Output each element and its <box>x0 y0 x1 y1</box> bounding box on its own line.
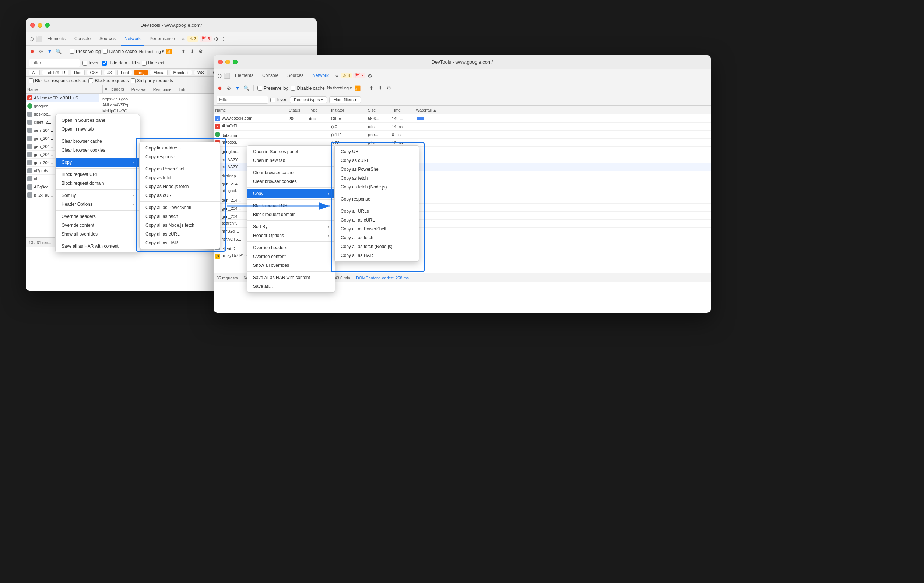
menu-item-copy-fetch-left[interactable]: Copy as fetch <box>140 173 220 182</box>
menu-item-copy-all-har-left[interactable]: Copy all as HAR <box>140 239 220 247</box>
disable-cache-left[interactable]: Disable cache <box>103 49 137 54</box>
menu-item-copy-all-urls-right[interactable]: Copy all URLs <box>335 207 419 216</box>
tab-network-right[interactable]: Network <box>309 69 332 82</box>
menu-item-block-url-right[interactable]: Block request URL <box>247 201 335 210</box>
tab-elements-left[interactable]: Elements <box>43 32 69 46</box>
request-types-btn[interactable]: Request types ▾ <box>290 96 327 104</box>
filter-img-left[interactable]: Img <box>134 69 148 76</box>
menu-item-save-har-left[interactable]: Save all as HAR with content <box>56 242 140 250</box>
invert-checkbox-right[interactable]: Invert <box>270 97 288 102</box>
filter-media-left[interactable]: Media <box>150 69 168 76</box>
close-button-right[interactable] <box>218 59 223 64</box>
menu-item-header-options-left[interactable]: Header Options › <box>56 200 140 209</box>
wifi-icon-right[interactable]: 📶 <box>354 86 360 91</box>
menu-item-open-tab-right[interactable]: Open in new tab <box>247 156 335 165</box>
tab-sources-left[interactable]: Sources <box>96 32 119 46</box>
more-icon-left[interactable]: ⋮ <box>221 36 226 42</box>
blocked-requests-left[interactable]: Blocked requests <box>88 78 129 83</box>
invert-checkbox-left[interactable]: Invert <box>82 60 100 66</box>
menu-item-copy-fetch-nodejs-right[interactable]: Copy as fetch (Node.js) <box>335 183 419 191</box>
settings2-icon-left[interactable]: ⚙ <box>197 48 204 55</box>
menu-item-override-content-right[interactable]: Override content <box>247 252 335 261</box>
menu-item-override-headers-right[interactable]: Override headers <box>247 243 335 252</box>
blocked-cookies-left[interactable]: Blocked response cookies <box>29 78 86 83</box>
table-row[interactable]: x4UaGrEl... ():0 (dis... 14 ms <box>214 123 711 131</box>
table-row[interactable]: dwww.google.com 200 doc Other 56.6... 14… <box>214 114 711 123</box>
menu-item-override-content-left[interactable]: Override content <box>56 221 140 230</box>
context-menu-left-copy[interactable]: Copy link address Copy response Copy as … <box>139 142 220 249</box>
more-tabs-icon-right[interactable]: » <box>334 73 340 79</box>
menu-item-copy-all-fetch-right[interactable]: Copy all as fetch <box>335 233 419 242</box>
menu-item-copy-all-curl-left[interactable]: Copy all as cURL <box>140 230 220 239</box>
upload-icon-right[interactable]: ⬆ <box>368 85 375 92</box>
hide-ext-left[interactable]: Hide ext <box>142 60 164 66</box>
tab-sources-right[interactable]: Sources <box>284 69 307 82</box>
menu-item-copy-right[interactable]: Copy › <box>247 189 335 198</box>
clear-icon-right[interactable]: ⊘ <box>225 85 232 92</box>
menu-item-show-overrides-right[interactable]: Show all overrides <box>247 261 335 270</box>
menu-item-save-har-right[interactable]: Save all as HAR with content <box>247 273 335 282</box>
settings2-icon-right[interactable]: ⚙ <box>386 85 392 92</box>
download-icon-right[interactable]: ⬇ <box>377 85 383 92</box>
hide-data-urls-left[interactable]: Hide data URLs <box>102 60 140 66</box>
maximize-button-left[interactable] <box>45 23 50 28</box>
context-menu-right-copy[interactable]: Copy URL Copy as cURL Copy as PowerShell… <box>334 145 419 262</box>
menu-item-block-domain-left[interactable]: Block request domain <box>56 179 140 188</box>
menu-item-copy-nodejs-left[interactable]: Copy as Node.js fetch <box>140 182 220 191</box>
minimize-button-left[interactable] <box>38 23 42 28</box>
record-icon-right[interactable]: ⏺ <box>216 85 223 92</box>
menu-item-clear-cache-left[interactable]: Clear browser cache <box>56 137 140 146</box>
search-icon-right[interactable]: 🔍 <box>243 85 250 92</box>
filter-icon-right[interactable]: ▼ <box>234 85 241 92</box>
menu-item-copy-curl-right[interactable]: Copy as cURL <box>335 156 419 165</box>
filter-doc-left[interactable]: Doc <box>71 69 85 76</box>
filter-input-right[interactable] <box>216 96 268 104</box>
tab-console-right[interactable]: Console <box>259 69 282 82</box>
menu-item-copy-fetch-right[interactable]: Copy as fetch <box>335 174 419 183</box>
tab-elements-right[interactable]: Elements <box>231 69 257 82</box>
settings-icon-right[interactable]: ⚙ <box>367 73 373 79</box>
menu-item-copy-powershell-right[interactable]: Copy as PowerShell <box>335 165 419 174</box>
menu-item-save-as-right[interactable]: Save as... <box>247 282 335 291</box>
menu-item-open-tab-left[interactable]: Open in new tab <box>56 125 140 133</box>
menu-item-sort-left[interactable]: Sort By › <box>56 191 140 200</box>
filter-all-left[interactable]: All <box>29 69 40 76</box>
download-icon-left[interactable]: ⬇ <box>188 48 195 55</box>
search-icon-left[interactable]: 🔍 <box>55 48 62 55</box>
tab-performance-left[interactable]: Performance <box>146 32 178 46</box>
filter-css-left[interactable]: CSS <box>87 69 102 76</box>
menu-item-show-overrides-left[interactable]: Show all overrides <box>56 230 140 239</box>
filter-manifest-left[interactable]: Manifest <box>170 69 192 76</box>
menu-item-override-headers-left[interactable]: Override headers <box>56 212 140 221</box>
record-icon-left[interactable]: ⏺ <box>29 48 35 55</box>
menu-item-copy-curl-left[interactable]: Copy as cURL <box>140 191 220 200</box>
menu-item-copy-all-fetch-nodejs-right[interactable]: Copy all as fetch (Node.js) <box>335 242 419 251</box>
menu-item-sort-right[interactable]: Sort By › <box>247 222 335 231</box>
menu-item-copy-powershell-left[interactable]: Copy as PowerShell <box>140 165 220 173</box>
more-icon-right[interactable]: ⋮ <box>374 73 380 79</box>
close-button-left[interactable] <box>30 23 35 28</box>
filter-fetch-left[interactable]: Fetch/XHR <box>42 69 69 76</box>
menu-item-copy-left[interactable]: Copy › <box>56 158 140 167</box>
throttle-select-left[interactable]: No throttling ▾ <box>139 49 164 54</box>
disable-cache-right[interactable]: Disable cache <box>290 86 325 91</box>
menu-item-copy-link-left[interactable]: Copy link address <box>140 143 220 152</box>
filter-font-left[interactable]: Font <box>117 69 132 76</box>
menu-item-copy-all-curl-right[interactable]: Copy all as cURL <box>335 216 419 224</box>
filter-ws-left[interactable]: WS <box>194 69 207 76</box>
menu-item-copy-all-har-right[interactable]: Copy all as HAR <box>335 251 419 260</box>
menu-item-block-domain-right[interactable]: Block request domain <box>247 210 335 219</box>
filter-icon-left[interactable]: ▼ <box>46 48 53 55</box>
menu-item-copy-response-right[interactable]: Copy response <box>335 195 419 204</box>
menu-item-copy-all-powershell-right[interactable]: Copy all as PowerShell <box>335 224 419 233</box>
more-tabs-icon-left[interactable]: » <box>180 36 186 42</box>
device-icon-left[interactable]: ⬜ <box>36 36 42 42</box>
preserve-log-left[interactable]: Preserve log <box>69 49 101 54</box>
settings-icon-left[interactable]: ⚙ <box>213 36 219 42</box>
menu-item-copy-all-nodejs-left[interactable]: Copy all as Node.js fetch <box>140 221 220 230</box>
cursor-icon-left[interactable]: ⬡ <box>29 36 35 42</box>
preserve-log-right[interactable]: Preserve log <box>257 86 288 91</box>
context-menu-left-main[interactable]: Open in Sources panel Open in new tab Cl… <box>55 114 140 252</box>
tab-console-left[interactable]: Console <box>71 32 94 46</box>
menu-item-copy-url-right[interactable]: Copy URL <box>335 147 419 156</box>
